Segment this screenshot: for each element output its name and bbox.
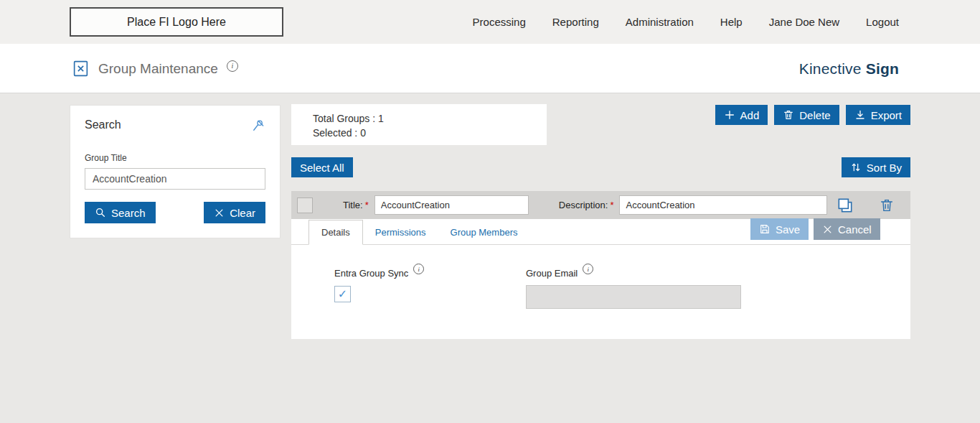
page-title: Group Maintenance	[98, 61, 218, 77]
select-all-label: Select All	[300, 162, 344, 174]
tab-permissions[interactable]: Permissions	[363, 220, 438, 244]
group-row: Title:* Description:*	[291, 191, 910, 219]
details-tab-content: Entra Group Sync i ✓ Group Email i	[291, 245, 910, 309]
page-info-icon[interactable]: i	[227, 60, 238, 72]
group-email-info-icon[interactable]: i	[583, 264, 593, 274]
select-all-button[interactable]: Select All	[291, 157, 353, 177]
search-panel: Search Group Title Search Clear	[70, 105, 281, 238]
summary-box: Total Groups : 1 Selected : 0	[291, 104, 547, 145]
pin-icon[interactable]	[251, 118, 265, 136]
check-icon: ✓	[338, 287, 347, 301]
group-email-input	[526, 285, 741, 309]
title-label: Title:*	[343, 200, 369, 210]
nav-reporting[interactable]: Reporting	[552, 16, 599, 28]
copy-icon[interactable]	[836, 196, 854, 215]
nav-logout[interactable]: Logout	[866, 16, 899, 28]
save-button-label: Save	[776, 223, 800, 236]
cancel-button-label: Cancel	[838, 223, 872, 236]
sort-by-label: Sort By	[867, 162, 902, 174]
group-title-label: Group Title	[85, 153, 265, 163]
clear-button-label: Clear	[230, 207, 255, 219]
group-title-input[interactable]	[85, 168, 265, 190]
entra-group-sync-info-icon[interactable]: i	[413, 264, 424, 274]
row-title-input[interactable]	[374, 195, 529, 215]
delete-button-label: Delete	[799, 109, 830, 121]
clear-button[interactable]: Clear	[204, 202, 265, 223]
fi-logo-text: Place FI Logo Here	[127, 16, 226, 29]
fi-logo-placeholder: Place FI Logo Here	[70, 7, 283, 37]
nav-help[interactable]: Help	[720, 16, 743, 28]
search-button[interactable]: Search	[85, 202, 156, 223]
cancel-button[interactable]: Cancel	[814, 218, 880, 240]
add-button-label: Add	[740, 109, 760, 121]
top-bar: Place FI Logo Here Processing Reporting …	[0, 0, 980, 44]
nav-user-name[interactable]: Jane Doe New	[769, 16, 839, 28]
export-button-label: Export	[871, 109, 902, 121]
row-checkbox[interactable]	[297, 197, 313, 213]
tab-details[interactable]: Details	[308, 220, 363, 245]
entra-group-sync-label: Entra Group Sync	[334, 268, 408, 279]
description-label: Description:*	[559, 200, 614, 210]
sort-by-button[interactable]: Sort By	[842, 157, 910, 177]
tab-group-members[interactable]: Group Members	[438, 220, 530, 244]
nav-processing[interactable]: Processing	[473, 16, 526, 28]
add-button[interactable]: Add	[715, 105, 768, 125]
group-email-label: Group Email	[526, 268, 578, 279]
row-description-input[interactable]	[619, 195, 827, 215]
delete-button[interactable]: Delete	[774, 105, 839, 125]
description-required-marker: *	[610, 200, 613, 210]
total-groups-text: Total Groups : 1	[313, 111, 547, 126]
brand-product: Sign	[866, 60, 899, 78]
search-button-label: Search	[111, 207, 146, 219]
save-button[interactable]: Save	[750, 218, 809, 240]
group-maintenance-page-icon	[72, 60, 90, 78]
page-header: Group Maintenance i Kinective Sign	[0, 44, 980, 93]
toolbar: Add Delete Export	[715, 105, 910, 125]
entra-group-sync-checkbox[interactable]: ✓	[334, 286, 351, 302]
export-button[interactable]: Export	[846, 105, 910, 125]
nav-administration[interactable]: Administration	[626, 16, 694, 28]
title-group: Group Maintenance i	[72, 44, 238, 93]
search-panel-title: Search	[85, 118, 121, 131]
row-trash-icon[interactable]	[879, 197, 895, 213]
brand-name: Kinective	[799, 60, 862, 78]
top-nav: Processing Reporting Administration Help…	[473, 0, 899, 44]
selected-count-text: Selected : 0	[313, 126, 547, 140]
title-required-marker: *	[365, 200, 369, 210]
page: Place FI Logo Here Processing Reporting …	[0, 0, 980, 423]
brand-logo: Kinective Sign	[799, 44, 899, 93]
